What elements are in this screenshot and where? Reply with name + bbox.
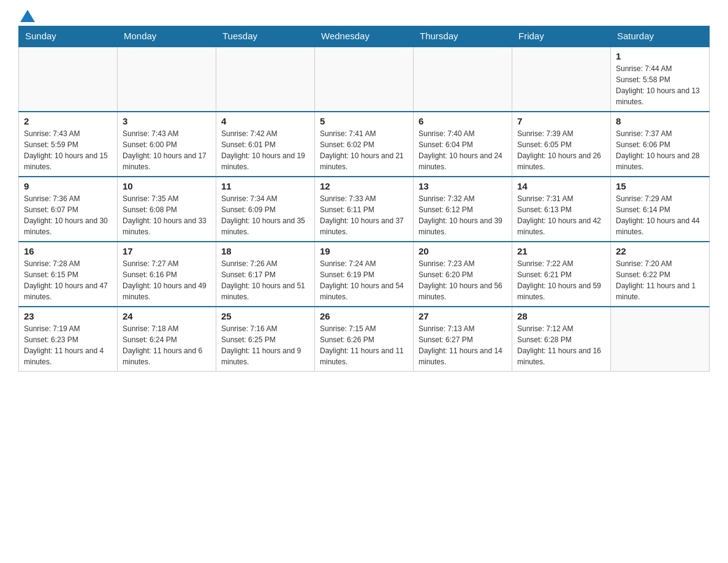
calendar-day-cell: 22Sunrise: 7:20 AMSunset: 6:22 PMDayligh… [611, 242, 710, 307]
calendar-day-cell: 25Sunrise: 7:16 AMSunset: 6:25 PMDayligh… [216, 307, 315, 372]
day-number: 25 [221, 311, 309, 321]
calendar-table: SundayMondayTuesdayWednesdayThursdayFrid… [18, 26, 710, 372]
logo-triangle-icon [20, 10, 35, 22]
day-number: 14 [517, 181, 605, 191]
day-number: 28 [517, 311, 605, 321]
day-of-week-header: Wednesday [315, 26, 414, 47]
day-number: 10 [123, 181, 211, 191]
calendar-day-cell: 4Sunrise: 7:42 AMSunset: 6:01 PMDaylight… [216, 112, 315, 177]
calendar-day-cell [118, 47, 216, 112]
calendar-day-cell: 1Sunrise: 7:44 AMSunset: 5:58 PMDaylight… [611, 47, 710, 112]
calendar-day-cell: 12Sunrise: 7:33 AMSunset: 6:11 PMDayligh… [315, 177, 414, 242]
calendar-day-cell: 26Sunrise: 7:15 AMSunset: 6:26 PMDayligh… [315, 307, 414, 372]
calendar-day-cell: 2Sunrise: 7:43 AMSunset: 5:59 PMDaylight… [19, 112, 118, 177]
day-info: Sunrise: 7:41 AMSunset: 6:02 PMDaylight:… [320, 128, 408, 172]
day-number: 22 [616, 246, 704, 256]
day-number: 18 [221, 246, 309, 256]
day-number: 6 [419, 116, 507, 126]
calendar-day-cell: 24Sunrise: 7:18 AMSunset: 6:24 PMDayligh… [118, 307, 216, 372]
day-info: Sunrise: 7:20 AMSunset: 6:22 PMDaylight:… [616, 258, 704, 302]
day-info: Sunrise: 7:29 AMSunset: 6:14 PMDaylight:… [616, 193, 704, 237]
day-number: 11 [221, 181, 309, 191]
day-number: 27 [419, 311, 507, 321]
day-info: Sunrise: 7:27 AMSunset: 6:16 PMDaylight:… [123, 258, 211, 302]
day-number: 13 [419, 181, 507, 191]
day-number: 20 [419, 246, 507, 256]
day-number: 8 [616, 116, 704, 126]
calendar-day-cell: 23Sunrise: 7:19 AMSunset: 6:23 PMDayligh… [19, 307, 118, 372]
day-number: 21 [517, 246, 605, 256]
day-info: Sunrise: 7:39 AMSunset: 6:05 PMDaylight:… [517, 128, 605, 172]
day-of-week-header: Friday [512, 26, 611, 47]
calendar-header-row: SundayMondayTuesdayWednesdayThursdayFrid… [19, 26, 710, 47]
calendar-day-cell: 27Sunrise: 7:13 AMSunset: 6:27 PMDayligh… [414, 307, 512, 372]
calendar-day-cell: 16Sunrise: 7:28 AMSunset: 6:15 PMDayligh… [19, 242, 118, 307]
day-number: 16 [24, 246, 112, 256]
day-info: Sunrise: 7:28 AMSunset: 6:15 PMDaylight:… [24, 258, 112, 302]
day-number: 26 [320, 311, 408, 321]
day-info: Sunrise: 7:37 AMSunset: 6:06 PMDaylight:… [616, 128, 704, 172]
day-info: Sunrise: 7:23 AMSunset: 6:20 PMDaylight:… [419, 258, 507, 302]
calendar-day-cell [315, 47, 414, 112]
day-number: 23 [24, 311, 112, 321]
calendar-day-cell: 7Sunrise: 7:39 AMSunset: 6:05 PMDaylight… [512, 112, 611, 177]
calendar-day-cell: 5Sunrise: 7:41 AMSunset: 6:02 PMDaylight… [315, 112, 414, 177]
day-info: Sunrise: 7:31 AMSunset: 6:13 PMDaylight:… [517, 193, 605, 237]
day-info: Sunrise: 7:34 AMSunset: 6:09 PMDaylight:… [221, 193, 309, 237]
day-info: Sunrise: 7:19 AMSunset: 6:23 PMDaylight:… [24, 323, 112, 367]
day-number: 4 [221, 116, 309, 126]
calendar-day-cell [216, 47, 315, 112]
day-number: 1 [616, 51, 704, 61]
calendar-week-row: 16Sunrise: 7:28 AMSunset: 6:15 PMDayligh… [19, 242, 710, 307]
day-info: Sunrise: 7:26 AMSunset: 6:17 PMDaylight:… [221, 258, 309, 302]
calendar-day-cell: 21Sunrise: 7:22 AMSunset: 6:21 PMDayligh… [512, 242, 611, 307]
calendar-day-cell: 14Sunrise: 7:31 AMSunset: 6:13 PMDayligh… [512, 177, 611, 242]
day-of-week-header: Sunday [19, 26, 118, 47]
day-info: Sunrise: 7:36 AMSunset: 6:07 PMDaylight:… [24, 193, 112, 237]
page-header [18, 12, 710, 20]
day-info: Sunrise: 7:22 AMSunset: 6:21 PMDaylight:… [517, 258, 605, 302]
day-number: 5 [320, 116, 408, 126]
day-info: Sunrise: 7:42 AMSunset: 6:01 PMDaylight:… [221, 128, 309, 172]
day-info: Sunrise: 7:33 AMSunset: 6:11 PMDaylight:… [320, 193, 408, 237]
day-of-week-header: Saturday [611, 26, 710, 47]
calendar-day-cell: 28Sunrise: 7:12 AMSunset: 6:28 PMDayligh… [512, 307, 611, 372]
day-number: 19 [320, 246, 408, 256]
calendar-day-cell: 9Sunrise: 7:36 AMSunset: 6:07 PMDaylight… [19, 177, 118, 242]
calendar-day-cell [414, 47, 512, 112]
calendar-day-cell: 19Sunrise: 7:24 AMSunset: 6:19 PMDayligh… [315, 242, 414, 307]
day-number: 12 [320, 181, 408, 191]
day-number: 2 [24, 116, 112, 126]
day-number: 24 [123, 311, 211, 321]
day-of-week-header: Thursday [414, 26, 512, 47]
calendar-day-cell: 15Sunrise: 7:29 AMSunset: 6:14 PMDayligh… [611, 177, 710, 242]
day-info: Sunrise: 7:44 AMSunset: 5:58 PMDaylight:… [616, 63, 704, 107]
calendar-day-cell [512, 47, 611, 112]
calendar-day-cell: 3Sunrise: 7:43 AMSunset: 6:00 PMDaylight… [118, 112, 216, 177]
calendar-week-row: 1Sunrise: 7:44 AMSunset: 5:58 PMDaylight… [19, 47, 710, 112]
day-number: 15 [616, 181, 704, 191]
day-info: Sunrise: 7:43 AMSunset: 6:00 PMDaylight:… [123, 128, 211, 172]
calendar-day-cell: 8Sunrise: 7:37 AMSunset: 6:06 PMDaylight… [611, 112, 710, 177]
calendar-week-row: 2Sunrise: 7:43 AMSunset: 5:59 PMDaylight… [19, 112, 710, 177]
day-info: Sunrise: 7:32 AMSunset: 6:12 PMDaylight:… [419, 193, 507, 237]
day-number: 7 [517, 116, 605, 126]
day-number: 3 [123, 116, 211, 126]
logo [18, 12, 35, 20]
day-info: Sunrise: 7:35 AMSunset: 6:08 PMDaylight:… [123, 193, 211, 237]
day-info: Sunrise: 7:15 AMSunset: 6:26 PMDaylight:… [320, 323, 408, 367]
calendar-day-cell: 20Sunrise: 7:23 AMSunset: 6:20 PMDayligh… [414, 242, 512, 307]
calendar-day-cell: 18Sunrise: 7:26 AMSunset: 6:17 PMDayligh… [216, 242, 315, 307]
day-info: Sunrise: 7:43 AMSunset: 5:59 PMDaylight:… [24, 128, 112, 172]
calendar-day-cell [611, 307, 710, 372]
day-of-week-header: Monday [118, 26, 216, 47]
calendar-day-cell: 17Sunrise: 7:27 AMSunset: 6:16 PMDayligh… [118, 242, 216, 307]
day-info: Sunrise: 7:40 AMSunset: 6:04 PMDaylight:… [419, 128, 507, 172]
day-of-week-header: Tuesday [216, 26, 315, 47]
calendar-day-cell: 13Sunrise: 7:32 AMSunset: 6:12 PMDayligh… [414, 177, 512, 242]
day-info: Sunrise: 7:24 AMSunset: 6:19 PMDaylight:… [320, 258, 408, 302]
day-number: 9 [24, 181, 112, 191]
day-number: 17 [123, 246, 211, 256]
calendar-day-cell: 11Sunrise: 7:34 AMSunset: 6:09 PMDayligh… [216, 177, 315, 242]
calendar-day-cell [19, 47, 118, 112]
